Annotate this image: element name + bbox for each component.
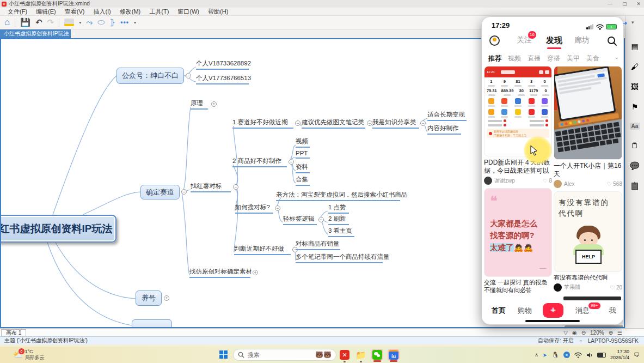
mindmap-node[interactable]: 找红薯对标 bbox=[191, 182, 231, 192]
fit-map-icon[interactable]: ☰ bbox=[617, 330, 622, 336]
tab-close-icon[interactable]: × bbox=[72, 31, 75, 37]
menu-item-4[interactable]: 修改(M) bbox=[115, 8, 145, 16]
mindmap-node[interactable]: 原理 bbox=[191, 99, 208, 110]
avatar[interactable] bbox=[554, 180, 562, 188]
nav-me[interactable]: 我 bbox=[609, 306, 616, 316]
mindmap-node[interactable] bbox=[132, 319, 172, 328]
mindmap-node[interactable]: 对标商品有销量 bbox=[296, 240, 340, 250]
sidebar-dropdown-icon[interactable]: ▾ bbox=[631, 20, 634, 25]
mindmap-node[interactable]: 找仿原创对标确定素材 bbox=[189, 268, 250, 278]
category-5[interactable]: 美食 bbox=[586, 54, 599, 63]
like-count[interactable]: ♡ 568 bbox=[607, 181, 622, 187]
mindmap-node[interactable]: 适合长期变现 bbox=[427, 111, 467, 121]
mindmap-node[interactable]: 小红书虚拟原创资料IP玩法 bbox=[0, 215, 116, 243]
home-icon[interactable]: ⌂ bbox=[4, 17, 10, 28]
summary-icon[interactable]: ⦄ bbox=[109, 17, 115, 28]
expander-icon[interactable]: − bbox=[186, 73, 191, 78]
mindmap-node[interactable]: 确定赛道 bbox=[140, 185, 180, 199]
undo-icon[interactable]: ↶ bbox=[35, 17, 42, 28]
format-painter-icon[interactable] bbox=[64, 19, 74, 26]
notes-icon[interactable]: 🗒 bbox=[631, 141, 639, 150]
mirror-toggle-arrow-icon[interactable]: ➜ bbox=[622, 20, 627, 27]
menu-item-6[interactable]: 窗口(W) bbox=[173, 8, 204, 16]
taskbar-explorer-icon[interactable]: 📁 bbox=[355, 349, 367, 361]
pitch-mode-icon[interactable]: ◉ bbox=[572, 330, 577, 336]
mindmap-node[interactable]: 资料 bbox=[296, 163, 310, 173]
nav-home[interactable]: 首页 bbox=[492, 306, 506, 316]
card-caption[interactable]: 有没有靠谱的代代啊 bbox=[554, 274, 622, 282]
chevron-down-icon[interactable]: ⌄ bbox=[615, 54, 619, 60]
sheet-tab[interactable]: 画布 1 bbox=[1, 329, 26, 336]
author-name[interactable]: 苹果脯 bbox=[564, 283, 580, 291]
expander-icon[interactable]: + bbox=[164, 295, 169, 301]
mindmap-node[interactable]: 养号 bbox=[136, 291, 162, 306]
expander-icon[interactable]: − bbox=[289, 159, 294, 165]
mindmap-node[interactable]: 个人V17736766513 bbox=[196, 74, 249, 84]
weather-widget[interactable]: ⛅6 1°C局部多云 bbox=[13, 349, 44, 361]
mindmap-node[interactable]: 1 点赞 bbox=[328, 203, 349, 214]
maximize-button[interactable]: ▢ bbox=[622, 1, 627, 7]
mindmap-node[interactable]: 视频 bbox=[296, 137, 310, 148]
redo-icon[interactable]: ↷ bbox=[47, 17, 54, 28]
tray-location-icon[interactable]: ➤ bbox=[543, 352, 547, 358]
format-dropdown-icon[interactable]: ▾ bbox=[79, 20, 81, 25]
more-tools-button[interactable]: ••• bbox=[120, 19, 129, 26]
mindmap-node[interactable]: 2 商品好不好制作 bbox=[232, 157, 287, 167]
outline-icon[interactable]: ▤ bbox=[631, 42, 638, 51]
card-caption[interactable]: 一个人开TK小店｜第16天 bbox=[554, 162, 622, 178]
feed-card-tk-image[interactable] bbox=[554, 66, 622, 160]
nav-shop[interactable]: 购物 bbox=[518, 306, 532, 316]
tray-qq-icon[interactable]: 🐧 bbox=[551, 352, 559, 359]
category-4[interactable]: 美甲 bbox=[567, 54, 580, 63]
tab-active-document[interactable]: 小红书虚拟原创资料IP玩法 × bbox=[0, 29, 71, 38]
start-button[interactable] bbox=[219, 350, 228, 359]
zoom-level[interactable]: 120% bbox=[590, 330, 604, 336]
image-icon[interactable]: 🖼 bbox=[631, 82, 639, 91]
nav-messages[interactable]: 消息 bbox=[575, 306, 590, 316]
marker-flag-icon[interactable]: ⚑ bbox=[631, 102, 639, 111]
tray-wifi-icon[interactable] bbox=[574, 352, 582, 358]
tab-city[interactable]: 廊坊 bbox=[574, 35, 590, 45]
like-count[interactable]: ♡ 8 bbox=[543, 178, 552, 184]
author-name[interactable]: Alex bbox=[564, 181, 574, 187]
mindmap-node[interactable]: 判断近期好不好做 bbox=[234, 245, 291, 255]
tray-battery-icon[interactable] bbox=[597, 353, 606, 358]
tab-discover[interactable]: 发现 bbox=[546, 35, 562, 46]
menu-item-2[interactable]: 查看(V) bbox=[60, 8, 89, 16]
feed-card-help-image[interactable]: 有没有靠谱的 代代啊 HELP bbox=[554, 191, 622, 272]
phone-mirror-window[interactable]: 17:29 ⚡ 关注 16 发现 廊坊 ⌄ 推荐视频直播穿搭美甲美食 11:24 bbox=[481, 16, 624, 325]
expander-icon[interactable]: − bbox=[420, 120, 426, 126]
expander-icon[interactable]: − bbox=[318, 217, 324, 222]
category-3[interactable]: 穿搭 bbox=[547, 54, 560, 63]
creator-camera-icon[interactable] bbox=[489, 35, 500, 46]
menu-item-7[interactable]: 帮助(H) bbox=[204, 8, 232, 16]
taskbar-xmind-icon[interactable]: ✕ bbox=[339, 349, 351, 361]
task-clipboard-icon[interactable]: 📋 bbox=[630, 182, 639, 190]
zoom-out-icon[interactable]: ⊖ bbox=[581, 330, 586, 336]
mindmap-node[interactable]: 合集 bbox=[296, 176, 310, 186]
notification-center-icon[interactable]: 🗨 bbox=[634, 352, 640, 358]
mindmap-node[interactable]: 轻标签逻辑 bbox=[283, 215, 317, 225]
search-icon[interactable] bbox=[607, 36, 618, 47]
mindmap-node[interactable]: 老方法：淘宝裂变虚拟词，然后搜索小红书商品 bbox=[276, 191, 400, 201]
tray-browser-icon[interactable]: e bbox=[563, 352, 570, 358]
mindmap-node[interactable]: 1 赛道好不好做近期 bbox=[232, 118, 293, 129]
comment-icon[interactable]: 💬 bbox=[630, 161, 639, 170]
boundary-icon[interactable]: ⬭ bbox=[97, 17, 105, 28]
home-indicator[interactable] bbox=[525, 320, 580, 322]
mindmap-node[interactable]: 内容好制作 bbox=[427, 124, 461, 135]
mindmap-node[interactable]: 2 刷新 bbox=[328, 215, 349, 225]
author-name[interactable]: 谢谢zwp bbox=[494, 177, 515, 185]
expander-icon[interactable]: − bbox=[295, 120, 300, 126]
brush-icon[interactable]: 🖌 bbox=[631, 62, 639, 71]
mindmap-node[interactable]: 我是知识分享类 bbox=[372, 118, 419, 129]
mindmap-node[interactable]: 多个笔记带同一个商品持续有流量 bbox=[296, 253, 383, 263]
expander-icon[interactable]: − bbox=[275, 205, 280, 211]
mindmap-node[interactable]: 3 看主页 bbox=[328, 227, 354, 237]
label-icon[interactable]: Aa bbox=[630, 123, 640, 130]
mindmap-node[interactable]: 如何搜对标? bbox=[235, 203, 273, 214]
expander-icon[interactable]: + bbox=[211, 101, 217, 107]
mindmap-node[interactable]: 公众号：绅白不白 bbox=[116, 68, 184, 84]
mindmap-node[interactable]: 个人V18733628892 bbox=[196, 59, 249, 70]
expander-icon[interactable]: − bbox=[367, 120, 372, 126]
